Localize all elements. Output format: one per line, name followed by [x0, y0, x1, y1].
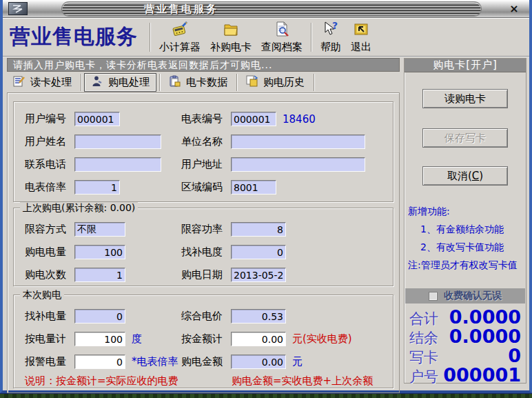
group-title: 本次购电	[20, 289, 64, 301]
tab-read-card[interactable]: 读卡处理	[7, 73, 78, 92]
toolbar-button-label: 补购电卡	[210, 41, 252, 54]
user-name-field[interactable]	[74, 135, 161, 149]
field-label: 报警电量	[25, 355, 74, 368]
tab-bar: 读卡处理 购电处理	[7, 73, 400, 92]
purchase-count-field[interactable]	[74, 268, 125, 282]
meter-id-field[interactable]	[231, 112, 276, 126]
purchase-date-field[interactable]	[231, 268, 286, 282]
calculator-button[interactable]: 小计算器	[154, 19, 205, 55]
tab-separator	[159, 74, 160, 91]
org-name-field[interactable]	[231, 135, 365, 149]
region-code-field[interactable]	[231, 180, 276, 195]
phone-field[interactable]	[74, 157, 161, 172]
user-id-field[interactable]	[74, 112, 120, 126]
field-label: 找补电度	[181, 246, 231, 259]
titlebar-stripes	[62, 2, 481, 16]
user-info-group: 用户编号 电表编号 18460 用户姓名	[13, 101, 393, 202]
balance-value: 0.0000	[449, 326, 521, 347]
fee-confirm-checkbox[interactable]	[429, 292, 438, 301]
form-row: 报警电量 *电表倍率 购电金额 元	[14, 350, 393, 373]
side-panel: 购电卡[开户] 读购电卡 保存写卡 取消(C) 新增功能: 1、有金额结余功能 …	[404, 58, 526, 384]
field-label: 限容功率	[181, 223, 231, 236]
cancel-label-suffix: )	[479, 170, 483, 182]
card-data-icon	[169, 75, 181, 90]
history-icon	[246, 75, 258, 90]
form-row: 用户编号 电表编号 18460	[14, 108, 393, 130]
cancel-label-prefix: 取消(	[447, 170, 472, 182]
toolbar-button-label: 帮助	[320, 41, 341, 54]
field-label: 电表倍率	[25, 181, 74, 194]
main-column: 请插入用户购电卡，读卡分析电表返回数据后才可购电... 读卡处理	[7, 58, 400, 384]
archive-search-icon	[273, 21, 291, 40]
limit-power-field[interactable]	[231, 222, 286, 237]
tab-separator	[81, 74, 81, 91]
exit-icon	[352, 21, 370, 40]
folder-icon	[222, 21, 240, 40]
address-field[interactable]	[231, 157, 365, 172]
purchase-energy-field[interactable]	[74, 245, 125, 259]
meter-ratio-field[interactable]	[74, 180, 120, 195]
note-left: 说明：按金额计=实际应收的电费	[25, 375, 232, 388]
note-right: 购电金额=实收电费+上次余额	[232, 375, 373, 388]
page-title: 营业售电服务	[3, 23, 146, 52]
notes-item: 1、有金额结余功能	[408, 220, 526, 238]
repurchase-card-button[interactable]: 补购电卡	[205, 19, 256, 55]
total-row: 户号 000001	[409, 364, 521, 384]
side-panel-title: 购电卡[开户]	[405, 59, 526, 72]
account-value: 000001	[443, 364, 521, 386]
app-window: 营业售电服务 × 营业售电服务	[0, 0, 532, 393]
fee-confirm-bar: 收费确认无误	[405, 288, 525, 304]
total-row: 合计 0.0000	[409, 306, 521, 326]
field-label: 用户地址	[181, 158, 231, 171]
desktop: 营业售电服务 × 营业售电服务	[0, 0, 532, 398]
field-label: 区域编码	[181, 181, 231, 194]
field-label: 购电电量	[25, 246, 74, 259]
meter-serial-text: 18460	[283, 113, 316, 126]
toolbar-separator	[150, 23, 151, 52]
tab-label: 读卡处理	[30, 76, 72, 89]
adjust-energy-field[interactable]	[231, 245, 286, 259]
alarm-energy-field[interactable]	[74, 355, 125, 369]
form-row: 联系电话 用户地址	[14, 153, 393, 176]
toolbar-separator	[311, 23, 312, 52]
read-purchase-card-button[interactable]: 读购电卡	[422, 89, 508, 108]
toolbar-button-label: 查阅档案	[261, 41, 303, 54]
exit-button[interactable]: 退出	[346, 19, 376, 55]
help-button[interactable]: ? 帮助	[316, 19, 346, 55]
read-card-icon	[13, 75, 25, 90]
view-archive-button[interactable]: 查阅档案	[256, 19, 307, 55]
cancel-button[interactable]: 取消(C)	[422, 166, 508, 186]
yuan-suffix: 元	[292, 355, 303, 368]
limit-mode-field[interactable]	[74, 222, 125, 237]
account-label: 户号	[409, 367, 438, 386]
field-label: 购电次数	[25, 268, 74, 281]
field-label: 单位名称	[181, 135, 231, 148]
window-logo-icon	[8, 2, 28, 15]
fee-confirm-label: 收费确认无误	[444, 290, 502, 302]
calculator-icon	[171, 21, 189, 40]
form-row: 购电次数 购电日期	[14, 263, 393, 286]
tab-purchase-history[interactable]: 购电历史	[240, 73, 311, 92]
tab-purchase-process[interactable]: 购电处理	[84, 73, 156, 92]
window-title: 营业售电服务	[144, 3, 218, 16]
svg-text:?: ?	[332, 21, 338, 31]
purchase-form-panel: 用户编号 电表编号 18460 用户姓名	[7, 92, 400, 393]
tab-label: 电卡数据	[186, 76, 227, 89]
field-label: 按电量计	[25, 332, 74, 346]
purchase-person-icon	[91, 75, 103, 90]
tab-label: 购电处理	[108, 76, 150, 89]
field-label: 电表编号	[181, 112, 231, 126]
tab-card-data[interactable]: 电卡数据	[163, 73, 234, 92]
field-label: 联系电话	[25, 158, 74, 171]
status-message: 请插入用户购电卡，读卡分析电表返回数据后才可购电...	[7, 58, 400, 72]
purchase-money-field[interactable]	[231, 355, 286, 369]
tab-label: 购电历史	[263, 76, 305, 89]
notes-warning: 注:管理员才有权改写卡值	[408, 256, 526, 274]
unit-price-field[interactable]	[231, 309, 286, 324]
by-energy-field[interactable]	[74, 332, 125, 346]
cancel-accel: C	[472, 170, 479, 182]
close-icon[interactable]: ×	[507, 2, 521, 16]
field-label: 购电金额	[181, 355, 231, 368]
by-amount-field[interactable]	[231, 332, 286, 346]
adjust-amount-field[interactable]	[74, 309, 125, 324]
